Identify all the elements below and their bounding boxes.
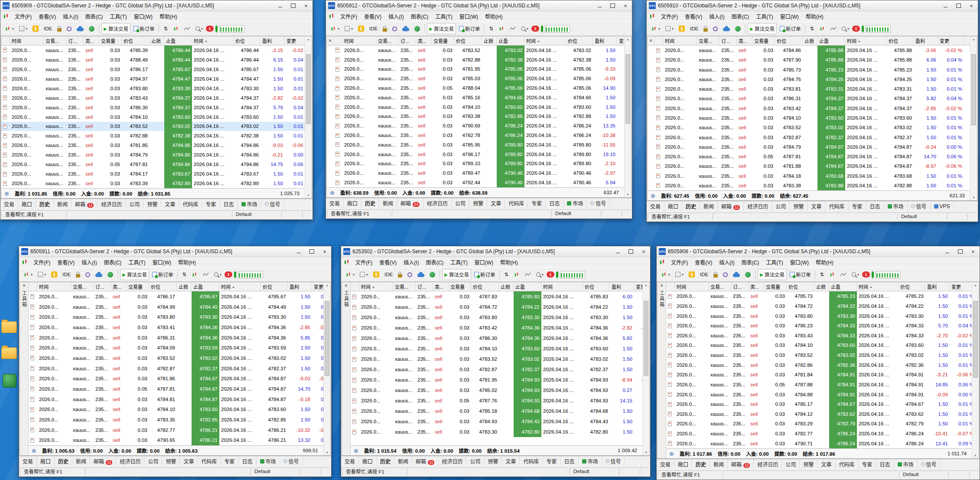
- header-cell[interactable]: 止盈: [514, 282, 541, 291]
- tab-item[interactable]: 新闻: [54, 199, 72, 209]
- table-row[interactable]: 2026.0...xauus...235...sell0.034781.8447…: [666, 370, 972, 380]
- mql-id-button[interactable]: [405, 269, 414, 280]
- table-row[interactable]: 2026.0...xauus...235...sell0.034784.7947…: [1, 150, 305, 160]
- tab-item[interactable]: 市场: [884, 201, 908, 211]
- zoom-dropdown[interactable]: ▾: [212, 269, 224, 280]
- menu-item[interactable]: 文件(F): [337, 12, 361, 21]
- tab-item[interactable]: 公司: [772, 201, 790, 211]
- tab-item[interactable]: 代码库: [179, 199, 202, 209]
- algo-trading-button[interactable]: ▶算法交易: [120, 269, 149, 280]
- table-row[interactable]: 2026.0...xauus...235...sell0.034783.4247…: [351, 323, 642, 333]
- scrollbar-thumb[interactable]: [306, 54, 311, 124]
- tab-item[interactable]: 历史: [377, 456, 394, 466]
- zigzag-button[interactable]: [201, 269, 211, 280]
- sort-updown-button[interactable]: ⇅: [817, 269, 826, 280]
- menu-item[interactable]: 帮助(H): [802, 12, 827, 21]
- mql-id-button[interactable]: [83, 269, 92, 280]
- maximize-button[interactable]: [954, 246, 967, 257]
- algo-trading-button[interactable]: ▶算法交易: [748, 23, 777, 34]
- scrollbar-track[interactable]: [305, 42, 312, 193]
- table-row[interactable]: 2026.0...xauus...235...sell0.034784.7247…: [351, 302, 642, 312]
- lock-button[interactable]: [396, 269, 404, 280]
- tab-item[interactable]: 市场: [563, 198, 587, 208]
- header-cell[interactable]: 变更: [938, 36, 964, 45]
- header-cell[interactable]: 止损: [803, 36, 817, 45]
- bars-button[interactable]: [171, 23, 181, 34]
- tab-item[interactable]: 公司: [144, 456, 162, 466]
- header-cell[interactable]: 时间▲: [359, 282, 393, 291]
- tab-item[interactable]: 邮箱11: [412, 456, 438, 466]
- header-cell[interactable]: 时间▲: [845, 36, 887, 45]
- zigzag-button[interactable]: [828, 23, 839, 34]
- ide-button[interactable]: IDE: [60, 269, 73, 280]
- notification-badge[interactable]: 1: [225, 271, 232, 278]
- scroll-up-icon[interactable]: ▲: [970, 36, 977, 42]
- table-row[interactable]: 2026.0...xauus...235...sell0.034788.4947…: [1, 55, 305, 65]
- tab-item[interactable]: 信号: [918, 459, 941, 469]
- table-row[interactable]: 2026.0...xauus...235...sell0.034783.8047…: [666, 311, 972, 321]
- menu-item[interactable]: 帮助(H): [156, 12, 181, 21]
- desktop-app-icon[interactable]: [3, 374, 16, 388]
- table-row[interactable]: 2026.0...xauus...235...sell0.034786.3147…: [29, 333, 323, 343]
- mql-id-button[interactable]: [711, 23, 720, 34]
- zigzag-button[interactable]: [508, 23, 518, 34]
- header-cell[interactable]: 类...: [749, 282, 764, 291]
- scroll-down-icon[interactable]: ▼: [305, 193, 312, 198]
- menu-item[interactable]: 图表(C): [728, 12, 753, 21]
- indicators-dropdown[interactable]: ▾: [342, 23, 355, 34]
- menu-item[interactable]: 文件(F): [30, 258, 54, 267]
- zoom-dropdown[interactable]: ▾: [840, 23, 851, 34]
- scrollbar-track[interactable]: [324, 288, 330, 450]
- tab-item[interactable]: 交易: [0, 199, 18, 209]
- tab-item[interactable]: 代码库: [835, 459, 858, 469]
- menu-item[interactable]: 窗口(W): [787, 258, 812, 267]
- toolbox-close-icon[interactable]: ×: [345, 283, 348, 288]
- tab-item[interactable]: 敞口: [359, 456, 377, 466]
- table-row[interactable]: 2026.0...xauus...235...sell0.034786.1747…: [1, 65, 305, 74]
- table-row[interactable]: 2026.0...xauus...235...sell0.034783.5247…: [29, 353, 323, 363]
- header-cell[interactable]: 时间: [663, 36, 697, 45]
- menu-item[interactable]: 窗口(W): [130, 12, 156, 21]
- header-cell[interactable]: 订...: [720, 36, 737, 45]
- ide-button[interactable]: IDE: [688, 23, 700, 34]
- table-row[interactable]: 2026.0...xauus...235...sell0.034784.1847…: [648, 171, 970, 180]
- new-order-button[interactable]: 新订单: [457, 23, 482, 34]
- indicators-dropdown[interactable]: ▾: [36, 269, 48, 280]
- tab-item[interactable]: 预警: [790, 201, 807, 211]
- tab-item[interactable]: 交易: [326, 198, 344, 208]
- menu-item[interactable]: 查看(V): [691, 258, 716, 267]
- title-bar[interactable]: GTC 6505910 - GTCGlobalSA-Server 2 - Hed…: [647, 0, 978, 11]
- toolbox-close-icon[interactable]: ×: [660, 283, 663, 288]
- menu-item[interactable]: 文件(F): [352, 258, 376, 267]
- tab-item[interactable]: 交易: [341, 456, 359, 466]
- tab-item[interactable]: 历史: [36, 199, 54, 209]
- title-bar[interactable]: GTC 6505908 - GTCGlobalSA-Server 2 - Hed…: [657, 246, 980, 257]
- table-row[interactable]: 2026.0...xauus...235...sell0.034785.0247…: [351, 385, 642, 395]
- title-bar[interactable]: GTC 6253502 - GTCGlobalSA-Server 2 - Hed…: [341, 246, 650, 257]
- table-row[interactable]: 2026.0...xauus...235...sell0.034784.1247…: [666, 409, 972, 419]
- header-cell[interactable]: 交易...: [44, 36, 66, 45]
- maximize-button[interactable]: [624, 246, 637, 257]
- bars-button[interactable]: [189, 269, 200, 280]
- tab-item[interactable]: 敞口: [37, 456, 55, 466]
- menu-item[interactable]: 图表(C): [82, 12, 107, 21]
- tab-item[interactable]: 邮箱11: [728, 459, 754, 469]
- lock-button[interactable]: [74, 269, 82, 280]
- menu-item[interactable]: 工具(T): [106, 12, 130, 21]
- table-row[interactable]: 2026.0...xauus...235...sell0.034783.3047…: [351, 427, 642, 437]
- title-bar[interactable]: GTC 6505912 - GTCGlobalSA-Server 2 - Hed…: [326, 0, 632, 11]
- tab-item[interactable]: 经济日历: [744, 201, 772, 211]
- scroll-up-icon[interactable]: ▲: [643, 282, 649, 288]
- notification-badge[interactable]: 1: [862, 271, 870, 278]
- table-row[interactable]: 2026.0...xauus...235...sell0.034781.9547…: [351, 375, 642, 385]
- tab-item[interactable]: 邮箱24: [397, 198, 423, 208]
- menu-item[interactable]: 插入(I): [716, 258, 738, 267]
- tab-item[interactable]: 日志: [866, 201, 884, 211]
- table-row[interactable]: 2026.0...xauus...235...sell0.034785.7347…: [666, 291, 972, 301]
- table-row[interactable]: 2026.0...xauus...235...sell0.054787.8147…: [29, 384, 323, 394]
- table-row[interactable]: 2026.0...xauus...235...sell0.034784.1047…: [666, 340, 972, 350]
- notification-badge[interactable]: 1: [852, 26, 860, 32]
- indicators-dropdown[interactable]: ▾: [663, 23, 676, 34]
- header-cell[interactable]: 盈利: [610, 282, 634, 291]
- scrollbar-thumb[interactable]: [644, 301, 648, 376]
